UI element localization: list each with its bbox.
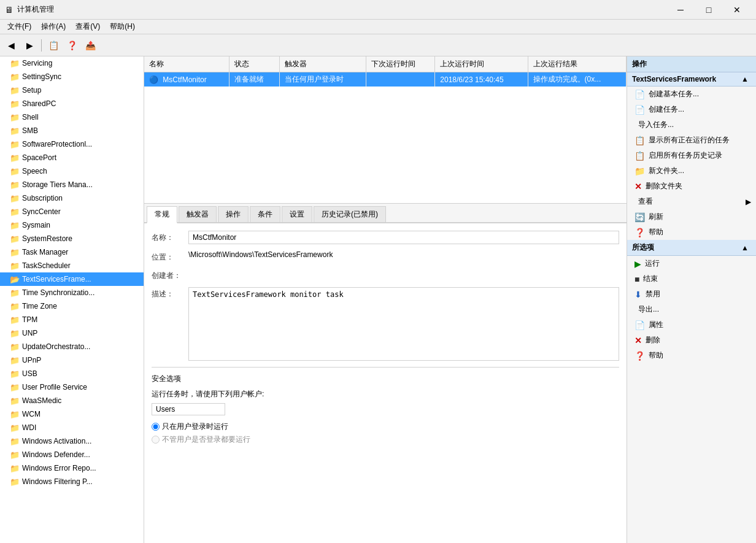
sidebar-item-upnp[interactable]: 📁 UPnP	[0, 353, 144, 367]
col-lastresult[interactable]: 上次运行结果	[528, 56, 626, 72]
col-name[interactable]: 名称	[144, 56, 229, 72]
export-button[interactable]: 📤	[82, 37, 99, 54]
name-input[interactable]: MsCtfMonitor	[188, 231, 619, 244]
folder-icon: 📁	[10, 59, 20, 68]
tab-triggers[interactable]: 触发器	[179, 206, 217, 222]
sidebar-item-systemrestore[interactable]: 📁 SystemRestore	[0, 232, 144, 245]
sidebar-item-waasmedic[interactable]: 📁 WaaSMedic	[0, 394, 144, 407]
radio-login[interactable]	[152, 423, 160, 431]
sidebar-item-setup[interactable]: 📁 Setup	[0, 83, 144, 97]
sidebar-item-speech[interactable]: 📁 Speech	[0, 164, 144, 178]
back-button[interactable]: ◀	[2, 37, 20, 54]
sidebar-item-synccenter[interactable]: 📁 SyncCenter	[0, 205, 144, 218]
sidebar-item-windowsactivation[interactable]: 📁 Windows Activation...	[0, 434, 144, 448]
sidebar-item-servicing[interactable]: 📁 Servicing	[0, 56, 144, 70]
right-item-delete-folder[interactable]: ✕ 删除文件夹	[627, 179, 756, 194]
close-button[interactable]: ✕	[723, 0, 751, 20]
tab-history[interactable]: 历史记录(已禁用)	[314, 206, 386, 222]
right-item-enable-history[interactable]: 📋 启用所有任务历史记录	[627, 148, 756, 163]
maximize-button[interactable]: □	[695, 0, 723, 20]
radio-login-label: 只在用户登录时运行	[162, 422, 228, 432]
folder-icon: 📁	[10, 153, 20, 163]
title-bar-text: 计算机管理	[17, 4, 666, 15]
menu-help[interactable]: 帮助(H)	[105, 20, 140, 33]
sidebar-item-tpm[interactable]: 📁 TPM	[0, 313, 144, 326]
right-panel: 操作 TextServicesFramework ▲ 📄 创建基本任务... 📄…	[627, 56, 756, 543]
detail-content: 名称： MsCtfMonitor 位置： \Microsoft\Windows\…	[144, 223, 627, 455]
sidebar-item-storagetiersmanager[interactable]: 📁 Storage Tiers Mana...	[0, 178, 144, 191]
sidebar-item-usb[interactable]: 📁 USB	[0, 367, 144, 380]
sidebar-item-smb[interactable]: 📁 SMB	[0, 124, 144, 137]
radio-row-always: 不管用户是否登录都要运行	[152, 434, 619, 445]
show-hide-button[interactable]: 📋	[45, 37, 62, 54]
sidebar-item-windowsfilteringplatform[interactable]: 📁 Windows Filtering P...	[0, 475, 144, 488]
right-item-show-running[interactable]: 📋 显示所有正在运行的任务	[627, 133, 756, 148]
tab-actions[interactable]: 操作	[218, 206, 249, 222]
sidebar-item-windowsdefender[interactable]: 📁 Windows Defender...	[0, 448, 144, 461]
sidebar-item-sysmain[interactable]: 📁 Sysmain	[0, 218, 144, 232]
right-item-end[interactable]: ■ 结束	[627, 271, 756, 287]
right-item-create-task[interactable]: 📄 创建任务...	[627, 102, 756, 117]
section-expand-btn-2[interactable]: ▲	[739, 244, 751, 252]
sidebar-item-updateorchestrator[interactable]: 📁 UpdateOrchestrato...	[0, 340, 144, 353]
sidebar-item-taskmanager[interactable]: 📁 Task Manager	[0, 245, 144, 259]
sidebar-item-textservicesframework[interactable]: 📂 TextServicesFrame...	[0, 272, 144, 286]
col-trigger[interactable]: 触发器	[279, 56, 366, 72]
location-value: \Microsoft\Windows\TextServicesFramework	[188, 250, 619, 259]
radio-always[interactable]	[152, 436, 160, 444]
right-item-disable[interactable]: ⬇ 禁用	[627, 287, 756, 302]
folder-icon: 📁	[10, 383, 20, 392]
desc-textarea[interactable]	[188, 287, 619, 361]
sidebar-item-wdi[interactable]: 📁 WDI	[0, 421, 144, 434]
menu-view[interactable]: 查看(V)	[71, 20, 105, 33]
col-status[interactable]: 状态	[229, 56, 279, 72]
sidebar-item-unp[interactable]: 📁 UNP	[0, 326, 144, 340]
sidebar-item-settingsync[interactable]: 📁 SettingSync	[0, 70, 144, 83]
task-name-cell: 🔵 MsCtfMonitor	[144, 72, 229, 87]
col-lastrun[interactable]: 上次运行时间	[435, 56, 528, 72]
tab-conditions[interactable]: 条件	[250, 206, 280, 222]
menu-action[interactable]: 操作(A)	[36, 20, 71, 33]
sidebar-item-shell[interactable]: 📁 Shell	[0, 110, 144, 124]
user-account-box[interactable]: Users	[152, 403, 225, 415]
sidebar-item-taskscheduler[interactable]: 📁 TaskScheduler	[0, 259, 144, 272]
show-running-icon: 📋	[634, 136, 645, 145]
sidebar-item-sharedpc[interactable]: 📁 SharedPC	[0, 97, 144, 110]
help-toolbar-button[interactable]: ❓	[63, 37, 80, 54]
right-item-new-folder[interactable]: 📁 新文件夹...	[627, 163, 756, 179]
col-nextrun[interactable]: 下次运行时间	[366, 56, 435, 72]
right-item-refresh[interactable]: 🔄 刷新	[627, 209, 756, 225]
forward-button[interactable]: ▶	[21, 37, 38, 54]
right-item-import-task[interactable]: 导入任务...	[627, 117, 756, 133]
folder-icon: 📁	[10, 437, 20, 446]
right-item-view[interactable]: 查看 ▶	[627, 194, 756, 209]
tab-general[interactable]: 常规	[147, 206, 177, 223]
right-item-delete[interactable]: ✕ 删除	[627, 333, 756, 348]
new-folder-icon: 📁	[634, 166, 645, 176]
tab-settings[interactable]: 设置	[282, 206, 312, 222]
task-table: 名称 状态 触发器 下次运行时间 上次运行时间 上次运行结果 🔵 MsCtfMo…	[144, 56, 627, 87]
folder-icon: 📁	[10, 86, 20, 95]
sidebar-item-spaceport[interactable]: 📁 SpacePort	[0, 151, 144, 164]
right-item-create-basic-task[interactable]: 📄 创建基本任务...	[627, 87, 756, 102]
sidebar-item-timesynchronization[interactable]: 📁 Time Synchronizatio...	[0, 286, 144, 299]
section-expand-btn[interactable]: ▲	[739, 75, 751, 83]
sidebar-item-subscription[interactable]: 📁 Subscription	[0, 191, 144, 205]
right-item-export[interactable]: 导出...	[627, 302, 756, 317]
sidebar-item-windowserrorreporting[interactable]: 📁 Windows Error Repo...	[0, 461, 144, 475]
minimize-button[interactable]: ─	[666, 0, 695, 20]
sidebar-item-wcm[interactable]: 📁 WCM	[0, 407, 144, 421]
task-nextrun-cell	[366, 72, 435, 87]
table-row[interactable]: 🔵 MsCtfMonitor 准备就绪 当任何用户登录时 2018/6/23 1…	[144, 72, 627, 87]
sidebar-item-timezone[interactable]: 📁 Time Zone	[0, 299, 144, 313]
sidebar-item-userprofileservice[interactable]: 📁 User Profile Service	[0, 380, 144, 394]
menu-file[interactable]: 文件(F)	[2, 20, 36, 33]
right-item-help-2[interactable]: ❓ 帮助	[627, 348, 756, 363]
right-item-help-1[interactable]: ❓ 帮助	[627, 225, 756, 240]
task-lastrun-cell: 2018/6/23 15:40:45	[435, 72, 528, 87]
right-item-run[interactable]: ▶ 运行	[627, 256, 756, 271]
folder-icon: 📁	[10, 194, 20, 203]
sidebar-item-softwareprotection[interactable]: 📁 SoftwareProtectionl...	[0, 137, 144, 151]
right-item-properties[interactable]: 📄 属性	[627, 317, 756, 333]
radio-always-label: 不管用户是否登录都要运行	[162, 434, 250, 445]
